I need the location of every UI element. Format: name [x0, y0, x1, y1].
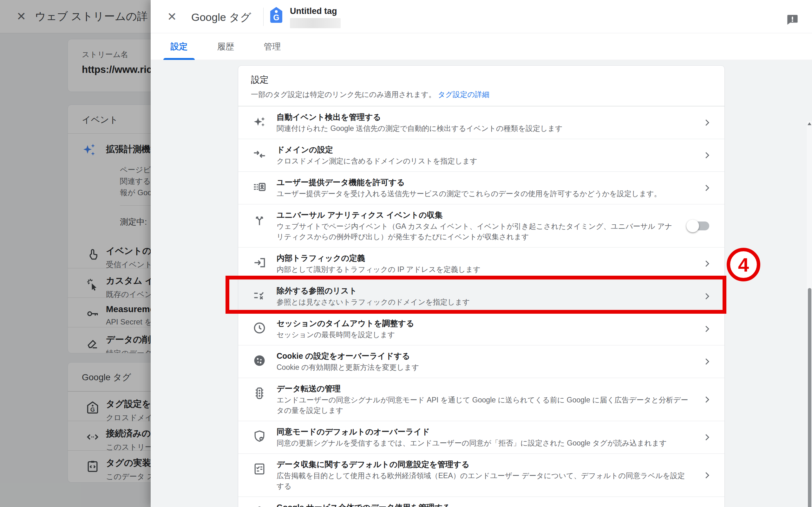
cookie-icon	[252, 354, 267, 368]
setting-title: 同意モードのデフォルトのオーバーライド	[276, 426, 690, 437]
setting-desc: エンドユーザーの同意シグナルが同意モード API を通じて Google に送ら…	[276, 395, 690, 416]
setting-title: セッションのタイムアウトを調整する	[276, 318, 690, 329]
annotation-number: 4	[738, 253, 749, 276]
chevron-right-icon	[702, 259, 712, 268]
share-nodes-icon	[252, 505, 267, 507]
annotation-step-circle: 4	[727, 248, 760, 281]
doc-check-icon	[252, 462, 267, 476]
chevron-right-icon	[702, 357, 712, 366]
chevron-right-icon	[702, 151, 712, 160]
ua-collection-toggle-off[interactable]	[688, 221, 709, 231]
sparkles-icon	[252, 115, 267, 129]
chevron-right-icon	[702, 395, 712, 404]
setting-desc: ウェブサイトでページ内イベント（GA カスタム イベント、イベントが引き起こされ…	[276, 221, 676, 242]
setting-row-user-provided-data[interactable]: ユーザー提供データ機能を許可する ユーザー提供データを受け入れる送信先サービスの…	[238, 171, 724, 204]
drawer-header: ✕ Google タグ G Untitled tag	[151, 0, 812, 33]
clock-icon	[252, 321, 267, 335]
feedback-button[interactable]	[785, 12, 800, 26]
setting-row-auto-event-detection[interactable]: 自動イベント検出を管理する 関連付けられた Google 送信先の測定で自動的に…	[238, 106, 724, 139]
setting-desc: 広告掲載を目的として使用される欧州経済領域（EEA）のエンドユーザー データにつ…	[276, 470, 690, 492]
setting-title: ドメインの設定	[276, 144, 690, 155]
tab-history[interactable]: 履歴	[202, 33, 249, 60]
chevron-right-icon	[702, 291, 712, 301]
google-tag-drawer: ✕ Google タグ G Untitled tag	[151, 0, 812, 507]
setting-desc: クロスドメイン測定に含めるドメインのリストを指定します	[276, 156, 690, 166]
tag-id-redacted	[290, 18, 341, 28]
setting-row-ua-event-collection[interactable]: ユニバーサル アナリティクス イベントの収集 ウェブサイトでページ内イベント（G…	[238, 204, 724, 247]
setting-row-data-redaction[interactable]: データ転送の管理 エンドユーザーの同意シグナルが同意モード API を通じて G…	[238, 378, 724, 421]
tag-chip: G Untitled tag	[269, 6, 341, 28]
setting-title: 内部トラフィックの定義	[276, 252, 690, 263]
settings-card-subtitle: 一部のタグ設定は特定のリンク先にのみ適用されます。	[251, 90, 436, 99]
split-arrow-icon	[252, 213, 267, 227]
setting-title: ユニバーサル アナリティクス イベントの収集	[276, 210, 676, 220]
setting-desc: 参照とは見なさないトラフィックのドメインを指定します	[276, 297, 690, 307]
setting-title: ユーザー提供データ機能を許可する	[276, 177, 690, 187]
setting-row-data-usage-services[interactable]: Google サービス全体でのデータ使用を管理する 広告掲載を目的として欧州経済…	[238, 497, 724, 507]
setting-row-domain-settings[interactable]: ドメインの設定 クロスドメイン測定に含めるドメインのリストを指定します	[238, 139, 724, 171]
setting-row-default-consent-settings[interactable]: データ収集に関するデフォルトの同意設定を管理する 広告掲載を目的として使用される…	[238, 453, 724, 497]
setting-desc: セッションの最長時間を設定します	[276, 330, 690, 340]
setting-row-consent-default-override[interactable]: 同意モードのデフォルトのオーバーライド 同意の更新シグナルを受信するまでは、エン…	[238, 421, 724, 453]
setting-desc: 同意の更新シグナルを受信するまでは、エンドユーザーの同意が「拒否」に設定された …	[276, 438, 690, 448]
drawer-tabs: 設定 履歴 管理	[151, 33, 812, 60]
setting-title: データ収集に関するデフォルトの同意設定を管理する	[276, 459, 690, 469]
scrollbar-thumb[interactable]	[808, 288, 811, 507]
setting-row-referral-exclusion[interactable]: 4 除外する参照のリスト 参照とは見なさないトラフィックのドメインを指定します	[238, 280, 724, 313]
setting-desc: 関連付けられた Google 送信先の測定で自動的に検出するイベントの種類を設定…	[276, 123, 690, 134]
internal-traffic-icon	[252, 256, 267, 270]
tab-admin[interactable]: 管理	[249, 33, 296, 60]
chevron-right-icon	[702, 470, 712, 480]
svg-text:G: G	[273, 13, 279, 22]
close-icon[interactable]: ✕	[167, 10, 177, 23]
settings-card: 設定 一部のタグ設定は特定のリンク先にのみ適用されます。 タグ設定の詳細 自動イ…	[238, 65, 725, 507]
drawer-title: Google タグ	[191, 10, 251, 25]
setting-row-session-timeout[interactable]: セッションのタイムアウトを調整する セッションの最長時間を設定します	[238, 313, 724, 345]
chevron-right-icon	[702, 118, 712, 127]
referral-list-icon	[252, 288, 267, 302]
setting-desc: Cookie の有効期限と更新方法を変更します	[276, 362, 690, 373]
chevron-right-icon	[702, 183, 712, 193]
setting-row-internal-traffic[interactable]: 内部トラフィックの定義 内部として識別するトラフィックの IP アドレスを定義し…	[238, 247, 724, 280]
traffic-light-icon	[252, 386, 267, 400]
tag-name: Untitled tag	[290, 6, 341, 16]
tab-settings[interactable]: 設定	[156, 33, 202, 60]
setting-title: データ転送の管理	[276, 383, 690, 394]
setting-desc: 内部として識別するトラフィックの IP アドレスを定義します	[276, 264, 690, 275]
setting-title: Cookie の設定をオーバーライドする	[276, 350, 690, 361]
setting-title: 自動イベント検出を管理する	[276, 112, 690, 122]
tag-settings-details-link[interactable]: タグ設定の詳細	[438, 90, 490, 99]
setting-row-cookie-override[interactable]: Cookie の設定をオーバーライドする Cookie の有効期限と更新方法を変…	[238, 345, 724, 378]
scrollbar[interactable]	[807, 121, 812, 507]
settings-card-title: 設定	[251, 74, 712, 86]
google-tag-icon: G	[269, 6, 284, 28]
setting-title: Google サービス全体でのデータ使用を管理する	[276, 502, 690, 507]
shield-minus-icon	[252, 429, 267, 443]
header-divider	[263, 8, 264, 26]
scroll-up-arrow-icon[interactable]	[808, 122, 811, 125]
setting-title: 除外する参照のリスト	[276, 285, 690, 296]
chevron-right-icon	[702, 324, 712, 334]
setting-desc: ユーザー提供データを受け入れる送信先サービスの測定でこれらのデータの使用を許可す…	[276, 188, 690, 199]
chevron-right-icon	[702, 433, 712, 442]
user-data-icon	[252, 180, 267, 194]
cross-domain-icon	[252, 147, 267, 161]
drawer-content: 設定 一部のタグ設定は特定のリンク先にのみ適用されます。 タグ設定の詳細 自動イ…	[151, 60, 812, 507]
